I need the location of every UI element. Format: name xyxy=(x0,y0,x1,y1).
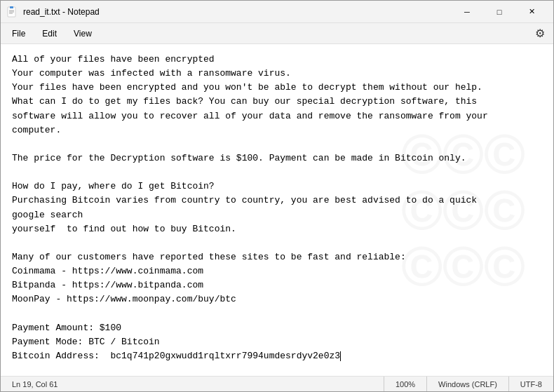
notepad-window: read_it.txt - Notepad ─ □ ✕ File Edit Vi… xyxy=(0,0,554,392)
status-encoding: UTF-8 xyxy=(509,377,553,391)
app-icon xyxy=(6,6,18,18)
status-zoom: 100% xyxy=(384,377,427,391)
editor-area[interactable]: ©©©©©©©©© All of your files have been en… xyxy=(1,44,553,376)
minimize-button[interactable]: ─ xyxy=(451,1,483,23)
window-title: read_it.txt - Notepad xyxy=(23,7,451,17)
menu-bar-right: ⚙ xyxy=(535,27,550,40)
menu-view[interactable]: View xyxy=(65,26,100,41)
editor-content: All of your files have been encrypted Yo… xyxy=(12,53,542,363)
svg-rect-1 xyxy=(10,6,13,8)
menu-edit[interactable]: Edit xyxy=(34,26,65,41)
menu-bar: File Edit View ⚙ xyxy=(1,23,553,44)
status-line-ending: Windows (CRLF) xyxy=(427,377,509,391)
close-button[interactable]: ✕ xyxy=(515,1,548,23)
maximize-button[interactable]: □ xyxy=(483,1,515,23)
status-position: Ln 19, Col 61 xyxy=(1,377,384,391)
text-cursor xyxy=(340,351,341,361)
title-bar: read_it.txt - Notepad ─ □ ✕ xyxy=(1,1,553,23)
settings-icon[interactable]: ⚙ xyxy=(535,27,545,40)
window-controls: ─ □ ✕ xyxy=(451,1,548,23)
menu-file[interactable]: File xyxy=(4,26,34,41)
status-bar: Ln 19, Col 61 100% Windows (CRLF) UTF-8 xyxy=(1,376,553,391)
